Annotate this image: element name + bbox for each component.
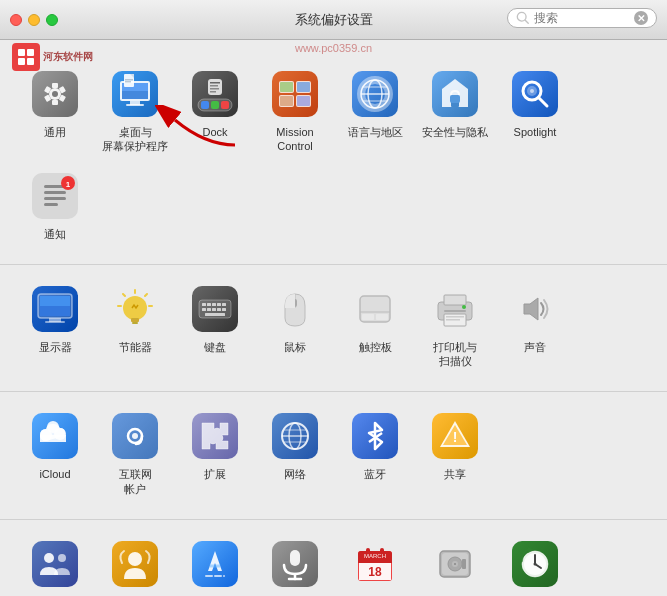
users-icon <box>29 538 81 590</box>
pref-timemachine[interactable]: Time Machine <box>495 530 575 596</box>
pref-share[interactable]: ! 共享 <box>415 402 495 504</box>
svg-rect-140 <box>290 550 300 566</box>
pref-network[interactable]: 网络 <box>255 402 335 504</box>
svg-rect-94 <box>205 313 225 316</box>
security-icon <box>429 68 481 120</box>
appstore-icon <box>189 538 241 590</box>
search-icon <box>516 11 530 25</box>
svg-rect-24 <box>125 79 133 81</box>
svg-rect-25 <box>125 81 131 83</box>
svg-text:!: ! <box>453 429 458 445</box>
notice-label: 通知 <box>44 227 66 241</box>
svg-rect-105 <box>446 319 460 321</box>
svg-rect-32 <box>210 82 220 84</box>
pref-display[interactable]: 显示器 <box>15 275 95 377</box>
pref-security[interactable]: 安全性与隐私 <box>415 60 495 162</box>
energy-icon <box>109 283 161 335</box>
svg-rect-104 <box>446 316 464 318</box>
pref-dock[interactable]: Dock <box>175 60 255 162</box>
pref-expand[interactable]: 扩展 <box>175 402 255 504</box>
svg-rect-63 <box>44 191 66 194</box>
spotlight-icon <box>509 68 561 120</box>
datetime-icon: 18 MARCH <box>349 538 401 590</box>
pref-dictation[interactable]: 听写与语音 <box>255 530 335 596</box>
spotlight-label: Spotlight <box>514 125 557 139</box>
svg-rect-75 <box>131 318 139 322</box>
svg-rect-99 <box>362 314 374 320</box>
desktop-label: 桌面与屏幕保护程序 <box>102 125 168 154</box>
pref-desktop[interactable]: 桌面与屏幕保护程序 <box>95 60 175 162</box>
svg-rect-31 <box>208 79 222 95</box>
energy-label: 节能器 <box>119 340 152 354</box>
startup-icon <box>429 538 481 590</box>
pref-notice[interactable]: 1 通知 <box>15 162 95 249</box>
svg-rect-90 <box>207 308 211 311</box>
svg-point-9 <box>52 91 58 97</box>
svg-point-106 <box>462 305 466 309</box>
pref-trackpad[interactable]: 触控板 <box>335 275 415 377</box>
svg-rect-65 <box>44 203 58 206</box>
tongyong-label: 通用 <box>44 125 66 139</box>
dock-label: Dock <box>202 125 227 139</box>
svg-point-60 <box>530 89 534 93</box>
pref-startup[interactable]: 启动磁盘 <box>415 530 495 596</box>
display-icon <box>29 283 81 335</box>
pref-mission[interactable]: MissionControl <box>255 60 335 162</box>
pref-sound[interactable]: 声音 <box>495 275 575 377</box>
search-input[interactable] <box>534 11 634 25</box>
svg-rect-35 <box>210 91 216 93</box>
pref-tongyong[interactable]: 通用 <box>15 60 95 162</box>
search-area: ✕ <box>507 8 657 28</box>
trackpad-icon <box>349 283 401 335</box>
pref-keyboard[interactable]: 键盘 <box>175 275 255 377</box>
minimize-button[interactable] <box>28 14 40 26</box>
svg-line-78 <box>145 294 147 296</box>
pref-appstore[interactable]: App Store <box>175 530 255 596</box>
security-label: 安全性与隐私 <box>422 125 488 139</box>
language-icon <box>349 68 401 120</box>
svg-rect-10 <box>52 83 58 88</box>
svg-point-74 <box>123 296 147 320</box>
maximize-button[interactable] <box>46 14 58 26</box>
svg-point-132 <box>128 552 142 566</box>
pref-language[interactable]: 语言与地区 <box>335 60 415 162</box>
pref-mouse[interactable]: 鼠标 <box>255 275 335 377</box>
main-content: 通用 <box>0 40 667 596</box>
timemachine-icon <box>509 538 561 590</box>
pref-bluetooth[interactable]: 蓝牙 <box>335 402 415 504</box>
search-box[interactable]: ✕ <box>507 8 657 28</box>
internet-label: 互联网帐户 <box>119 467 152 496</box>
search-clear-button[interactable]: ✕ <box>634 11 648 25</box>
svg-rect-100 <box>376 314 388 320</box>
svg-rect-43 <box>280 96 293 106</box>
pref-internet[interactable]: 互联网帐户 <box>95 402 175 504</box>
svg-point-162 <box>534 563 537 566</box>
printer-icon <box>429 283 481 335</box>
bluetooth-label: 蓝牙 <box>364 467 386 481</box>
svg-point-130 <box>58 554 66 562</box>
pref-printer[interactable]: 打印机与扫描仪 <box>415 275 495 377</box>
svg-line-80 <box>123 294 125 296</box>
pref-icloud[interactable]: iCloud <box>15 402 95 504</box>
pref-energy[interactable]: 节能器 <box>95 275 175 377</box>
dictation-icon <box>269 538 321 590</box>
printer-label: 打印机与扫描仪 <box>433 340 477 369</box>
mission-icon <box>269 68 321 120</box>
pref-spotlight[interactable]: Spotlight <box>495 60 575 162</box>
svg-rect-41 <box>280 82 293 92</box>
expand-icon <box>189 410 241 462</box>
close-button[interactable] <box>10 14 22 26</box>
desktop-icon <box>109 68 161 120</box>
pref-datetime[interactable]: 18 MARCH 日期与时间 <box>335 530 415 596</box>
svg-rect-85 <box>207 303 211 306</box>
display-label: 显示器 <box>39 340 72 354</box>
pref-users[interactable]: 用户与群组 <box>15 530 95 596</box>
svg-rect-30 <box>221 101 229 109</box>
svg-rect-86 <box>212 303 216 306</box>
svg-rect-55 <box>450 95 460 103</box>
icloud-icon <box>29 410 81 462</box>
pref-parental[interactable]: 家长控制 <box>95 530 175 596</box>
mouse-label: 鼠标 <box>284 340 306 354</box>
svg-rect-84 <box>202 303 206 306</box>
section-row-2: 显示器 节能器 <box>0 265 667 393</box>
